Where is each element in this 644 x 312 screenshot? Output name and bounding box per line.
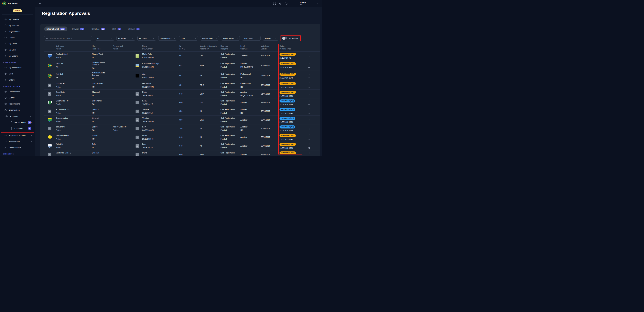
notes-icon[interactable]	[308, 76, 310, 79]
table-row[interactable]: Tulla UtdProMuTullaFCLucy29/03/2013 F648…	[44, 142, 320, 150]
tab-players[interactable]: Players79	[70, 27, 87, 31]
header-line1: Date from	[261, 45, 278, 47]
table-row[interactable]: Muirhevna Mór FCProLeDundalkFCDavid25/06…	[44, 150, 320, 156]
sidebar-item-organization[interactable]: Organization	[0, 107, 35, 113]
hamburger-menu-icon[interactable]	[38, 2, 41, 5]
kebab-menu-icon[interactable]	[308, 73, 310, 75]
place-cell: National Sports CampusFC	[92, 61, 112, 69]
sidebar-item-registrations[interactable]: Registrations	[0, 101, 35, 107]
club-logo-cell	[48, 135, 56, 139]
brand[interactable]: MyComet	[0, 2, 35, 6]
table-row[interactable]: Finglas UnitedProLeFinglas WestFCMarko P…	[44, 52, 320, 60]
filter-select-both-genders[interactable]: Both Genders	[158, 36, 177, 41]
notes-icon[interactable]	[308, 138, 310, 140]
filter-select-all-types[interactable]: All Types	[138, 36, 156, 41]
id-cell: 651	[180, 55, 200, 57]
filter-select-all-reg-types[interactable]: All Reg Types	[200, 36, 219, 41]
table-row[interactable]: St Columban's SYCProLeCoolockFCJasmine01…	[44, 107, 320, 116]
row-actions-cell	[305, 127, 315, 130]
table-row[interactable]: Dundalk FCProLeCarrick RoadFCLeo Messi01…	[44, 81, 320, 90]
sidebar-item-application-surveys[interactable]: Application Surveys	[0, 132, 35, 139]
search-input[interactable]	[50, 37, 90, 39]
toggle-knob[interactable]	[282, 37, 285, 40]
status-badge: SUBMITTED (INT)	[280, 73, 296, 76]
sidebar-item-registrations[interactable]: Registrations	[0, 29, 35, 35]
sidebar-item-events[interactable]: Events	[0, 95, 35, 101]
date-from-cell: 21/05/2025	[261, 93, 280, 95]
sidebar-item-competitions[interactable]: Competitions	[0, 89, 35, 95]
kebab-menu-icon[interactable]	[308, 82, 310, 84]
table-row[interactable]: Brazuca UnitedProMuLimerickFCVinicius29/…	[44, 116, 320, 124]
sidebar-item-approvals[interactable]: Approvals	[1, 113, 34, 119]
tab-international[interactable]: International163	[44, 27, 68, 31]
sidebar-item-my-profile[interactable]: My Profile	[0, 41, 35, 47]
kebab-menu-icon[interactable]	[308, 134, 310, 136]
cart-icon[interactable]	[285, 2, 288, 5]
kebab-menu-icon[interactable]	[308, 119, 310, 121]
tab-staff[interactable]: Staff2	[110, 27, 123, 31]
image-placeholder-icon	[136, 144, 139, 148]
table-row[interactable]: Rock CelticProLeBlackrockFCPaula26/08/20…	[44, 90, 320, 98]
date-from-cell: 16/05/2025	[261, 153, 280, 156]
sidebar-item-my-association[interactable]: My Association	[0, 65, 35, 71]
reg-type-cell-line2: Football	[220, 95, 239, 97]
name-cell-line2: 01/01/1990 M	[142, 86, 178, 88]
sidebar-item-my-matches[interactable]: My Matches	[0, 23, 35, 29]
in-status-since: 21/05/2025 154d	[280, 130, 304, 132]
sidebar-item-user-accounts[interactable]: User Accounts	[0, 145, 35, 151]
notes-icon[interactable]	[308, 66, 310, 69]
filter-select-all-ages[interactable]: All Ages	[263, 36, 278, 41]
sidebar-item-orders[interactable]: Orders	[0, 77, 35, 83]
table-row[interactable]: Claremorris F.CProCoClaremorrisFCKeita19…	[44, 98, 320, 107]
sidebar-item-my-calendar[interactable]: My Calendar	[0, 16, 35, 23]
tab-coaches[interactable]: Coaches26	[89, 27, 107, 31]
table-row[interactable]: FAITest ClubFAINational Sports CampusFCC…	[44, 60, 320, 71]
user-menu[interactable]: Conor FAI	[300, 2, 322, 6]
for-review-toggle-wrap[interactable]: For Review	[280, 36, 300, 41]
sidebar-item-my-orders[interactable]: My Orders	[0, 53, 35, 59]
filter-select-both-levels[interactable]: Both Levels	[242, 36, 261, 41]
tab-officials[interactable]: Officials2	[126, 27, 142, 31]
sidebar-item-assessments[interactable]: Assessments	[0, 139, 35, 145]
kebab-menu-icon[interactable]	[308, 55, 310, 57]
table-row[interactable]: Ballivor FCProLeBallivorFCAthboy Celtic …	[44, 124, 320, 133]
fullscreen-icon[interactable]	[273, 2, 276, 5]
in-status-since: 21/05/2025 154d	[280, 104, 304, 106]
date-from-cell: 18/05/2025	[261, 110, 280, 112]
kebab-menu-icon[interactable]	[308, 108, 310, 110]
name-cell: Alan09/08/1986 M	[142, 73, 180, 79]
kebab-menu-icon[interactable]	[308, 151, 310, 154]
table-row[interactable]: Torro United AFCProLeNavanFCMoisa29/11/2…	[44, 133, 320, 142]
filter-select-both[interactable]: Both	[179, 36, 198, 41]
kebab-menu-icon[interactable]	[308, 127, 310, 130]
filter-select-all-ranks[interactable]: All Ranks	[116, 36, 135, 41]
notes-icon[interactable]	[308, 155, 310, 156]
select-value: Both Levels	[244, 37, 253, 39]
kebab-menu-icon[interactable]	[308, 99, 310, 102]
filter-select-all-disciplines[interactable]: All Disciplines	[221, 36, 240, 41]
table-row[interactable]: FAITest ClubFAINational Sports CampusFCA…	[44, 71, 320, 81]
sidebar-item-contracts[interactable]: Contracts8	[1, 125, 34, 131]
player-photo-cell	[136, 135, 142, 139]
sidebar-item-my-store[interactable]: My Store	[0, 47, 35, 53]
kebab-menu-icon[interactable]	[308, 93, 310, 95]
club-cell-line2: ProCo	[56, 103, 91, 105]
name-cell: Jasmine01/10/1991 F	[142, 108, 180, 114]
select-value: All Disciplines	[223, 37, 234, 39]
for-review-toggle[interactable]	[283, 37, 287, 39]
notes-icon[interactable]	[308, 103, 310, 106]
fai-crest-logo: FAI	[48, 74, 52, 78]
megaphone-icon[interactable]	[279, 2, 282, 5]
kebab-menu-icon[interactable]	[308, 62, 310, 65]
chevron-down-icon[interactable]	[316, 2, 319, 5]
kebab-menu-icon[interactable]	[308, 143, 310, 145]
notes-icon[interactable]	[308, 147, 310, 149]
sidebar-item-registrations[interactable]: Registrations272	[1, 119, 34, 125]
status-cell: SUBMITTED (INT)18/09/2025 34d	[280, 62, 305, 69]
level-cell: Amateur	[240, 153, 261, 156]
filter-select-all[interactable]: All	[96, 36, 114, 41]
notes-icon[interactable]	[308, 86, 310, 88]
sidebar-item-events[interactable]: Events	[0, 35, 35, 41]
notes-icon[interactable]	[308, 112, 310, 114]
sidebar-item-store[interactable]: Store	[0, 71, 35, 77]
